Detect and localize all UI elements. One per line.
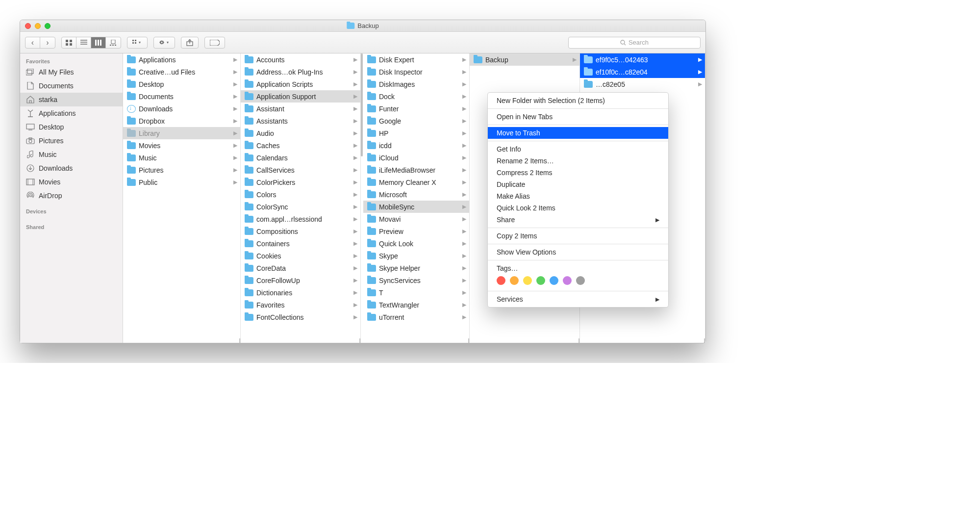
maximize-button[interactable] [45,23,50,29]
sidebar-item-music[interactable]: Music [20,148,123,161]
tag-button[interactable] [204,37,225,49]
list-item[interactable]: Caches▶ [241,139,360,152]
list-item[interactable]: com.appl…rlsessiond▶ [241,213,360,225]
ctx-rename[interactable]: Rename 2 Items… [488,155,668,167]
list-item[interactable]: Movies▶ [123,139,240,152]
sidebar-item-pictures[interactable]: Pictures [20,134,123,148]
ctx-move-to-trash[interactable]: Move to Trash [488,127,668,139]
list-item[interactable]: Audio▶ [241,127,360,139]
sidebar-item-all-my-files[interactable]: All My Files [20,65,123,79]
tag-color[interactable] [523,276,532,285]
tag-color[interactable] [497,276,505,285]
ctx-quick-look[interactable]: Quick Look 2 Items [488,202,668,214]
list-item[interactable]: Favorites▶ [241,299,360,311]
close-button[interactable] [25,23,31,29]
ctx-copy[interactable]: Copy 2 Items [488,230,668,242]
list-item[interactable]: Address…ok Plug-Ins▶ [241,66,360,78]
list-item[interactable]: HP▶ [363,127,469,139]
sidebar-item-movies[interactable]: Movies [20,175,123,189]
list-item[interactable]: Calendars▶ [241,152,360,164]
column-view-button[interactable] [91,37,106,48]
list-item[interactable]: Documents▶ [123,90,240,103]
list-item[interactable]: Google▶ [363,115,469,127]
list-item[interactable]: Pictures▶ [123,164,240,176]
ctx-make-alias[interactable]: Make Alias [488,190,668,202]
list-item[interactable]: Accounts▶ [241,53,360,66]
list-item[interactable]: uTorrent▶ [363,311,469,323]
list-item[interactable]: Disk Expert▶ [363,53,469,66]
sidebar-item-airdrop[interactable]: AirDrop [20,189,123,203]
list-item[interactable]: Colors▶ [241,188,360,201]
list-item[interactable]: Skype▶ [363,250,469,262]
ctx-duplicate[interactable]: Duplicate [488,179,668,190]
list-item[interactable]: Assistants▶ [241,115,360,127]
list-item[interactable]: MobileSync▶ [363,201,469,213]
forward-button[interactable]: › [40,37,55,48]
list-item[interactable]: Memory Cleaner X▶ [363,176,469,188]
ctx-show-view-options[interactable]: Show View Options [488,246,668,258]
list-item[interactable]: Creative…ud Files▶ [123,66,240,78]
ctx-services[interactable]: Services▶ [488,293,668,305]
ctx-compress[interactable]: Compress 2 Items [488,167,668,179]
list-item[interactable]: Application Support▶ [241,90,360,103]
list-item[interactable]: SyncServices▶ [363,274,469,286]
list-item[interactable]: Downloads▶ [123,103,240,115]
minimize-button[interactable] [35,23,41,29]
sidebar-item-desktop[interactable]: Desktop [20,120,123,134]
list-item[interactable]: Music▶ [123,152,240,164]
tag-color[interactable] [563,276,572,285]
ctx-share[interactable]: Share▶ [488,214,668,226]
icon-view-button[interactable] [62,37,76,48]
list-item[interactable]: CallServices▶ [241,164,360,176]
tag-color[interactable] [510,276,519,285]
list-item[interactable]: Microsoft▶ [363,188,469,201]
list-item[interactable]: Backup▶ [470,53,579,66]
list-item[interactable]: ef10f0c…c82e04▶ [580,66,705,78]
ctx-new-folder[interactable]: New Folder with Selection (2 Items) [488,95,668,106]
tag-color[interactable] [576,276,585,285]
ctx-get-info[interactable]: Get Info [488,143,668,155]
list-item[interactable]: FontCollections▶ [241,311,360,323]
list-item[interactable]: Movavi▶ [363,213,469,225]
list-item[interactable]: Applications▶ [123,53,240,66]
list-item[interactable]: Dock▶ [363,90,469,103]
action-button[interactable] [153,37,175,49]
gallery-view-button[interactable] [106,37,121,48]
list-item[interactable]: Assistant▶ [241,103,360,115]
search-field[interactable]: Search [568,37,701,49]
list-item[interactable]: Preview▶ [363,225,469,237]
sidebar-item-starka[interactable]: starka [20,93,123,106]
list-item[interactable]: TextWrangler▶ [363,299,469,311]
list-item[interactable]: iCloud▶ [363,152,469,164]
list-item[interactable]: Desktop▶ [123,78,240,90]
list-item[interactable]: ColorPickers▶ [241,176,360,188]
list-item[interactable]: Skype Helper▶ [363,262,469,274]
list-item[interactable]: Compositions▶ [241,225,360,237]
sidebar-item-documents[interactable]: Documents [20,79,123,93]
list-item[interactable]: CoreData▶ [241,262,360,274]
list-item[interactable]: Cookies▶ [241,250,360,262]
list-item[interactable]: Quick Look▶ [363,237,469,250]
list-item[interactable]: CoreFollowUp▶ [241,274,360,286]
tag-color[interactable] [550,276,558,285]
sidebar-item-downloads[interactable]: Downloads [20,161,123,175]
list-item[interactable]: ColorSync▶ [241,201,360,213]
list-item[interactable]: Library▶ [123,127,240,139]
tag-color[interactable] [536,276,545,285]
list-item[interactable]: DiskImages▶ [363,78,469,90]
arrange-button[interactable] [127,37,148,49]
list-item[interactable]: Application Scripts▶ [241,78,360,90]
list-item[interactable]: icdd▶ [363,139,469,152]
list-item[interactable]: …c82e05▶ [580,78,705,90]
sidebar-item-applications[interactable]: Applications [20,106,123,120]
list-item[interactable]: Containers▶ [241,237,360,250]
list-item[interactable]: iLifeMediaBrowser▶ [363,164,469,176]
ctx-open-in-new-tabs[interactable]: Open in New Tabs [488,111,668,123]
list-item[interactable]: Dictionaries▶ [241,286,360,299]
list-item[interactable]: Disk Inspector▶ [363,66,469,78]
back-button[interactable]: ‹ [25,37,40,48]
list-item[interactable]: Public▶ [123,176,240,188]
list-item[interactable]: T▶ [363,286,469,299]
list-item[interactable]: Funter▶ [363,103,469,115]
ctx-tags[interactable]: Tags… [488,262,668,274]
